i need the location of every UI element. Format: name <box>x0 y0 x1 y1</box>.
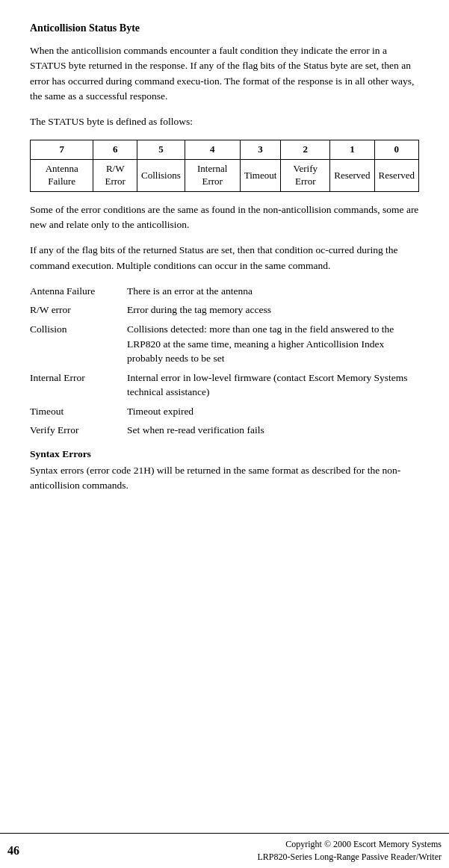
definition-term: R/W error <box>30 303 127 317</box>
section-title: Anticollision Status Byte <box>30 22 419 34</box>
status-byte-table: 76543210 Antenna FailureR/W ErrorCollisi… <box>30 140 419 192</box>
definition-item: Antenna FailureThere is an error at the … <box>30 284 419 299</box>
intro-paragraph-1: When the anticollision commands encounte… <box>30 43 419 104</box>
table-header-cell: 7 <box>31 140 93 160</box>
definition-description: Error during the tag memory access <box>127 303 419 317</box>
mid-paragraph-1: Some of the error conditions are the sam… <box>30 202 419 233</box>
page-content: Anticollision Status Byte When the antic… <box>0 0 449 548</box>
table-data-cell: Verify Error <box>281 160 330 192</box>
table-header-cell: 6 <box>93 140 137 160</box>
table-header-cell: 3 <box>240 140 281 160</box>
table-data-cell: Timeout <box>240 160 281 192</box>
definition-term: Collision <box>30 322 127 366</box>
footer-page-number: 46 <box>7 844 30 858</box>
definition-term: Verify Error <box>30 423 127 438</box>
table-header: 76543210 <box>31 140 419 160</box>
table-data-cell: R/W Error <box>93 160 137 192</box>
definition-description: Set when re-read verification fails <box>127 423 419 438</box>
table-data-cell: Antenna Failure <box>31 160 93 192</box>
definition-item: R/W errorError during the tag memory acc… <box>30 303 419 317</box>
definition-description: Internal error in low-level firmware (co… <box>127 371 419 400</box>
table-header-cell: 1 <box>330 140 374 160</box>
footer-line2: LRP820-Series Long-Range Passive Reader/… <box>40 851 442 864</box>
definition-term: Antenna Failure <box>30 284 127 299</box>
mid-paragraph-2: If any of the flag bits of the returned … <box>30 243 419 273</box>
table-header-row: 76543210 <box>31 140 419 160</box>
table-header-cell: 5 <box>137 140 185 160</box>
table-row: Antenna FailureR/W ErrorCollisionsIntern… <box>31 160 419 192</box>
definition-item: CollisionCollisions detected: more than … <box>30 322 419 366</box>
table-data-cell: Reserved <box>374 160 418 192</box>
definition-description: There is an error at the antenna <box>127 284 419 299</box>
page-footer: 46 Copyright © 2000 Escort Memory System… <box>0 833 449 868</box>
table-body: Antenna FailureR/W ErrorCollisionsIntern… <box>31 160 419 192</box>
table-header-cell: 0 <box>374 140 418 160</box>
footer-line1: Copyright © 2000 Escort Memory Systems <box>40 838 442 851</box>
table-data-cell: Reserved <box>330 160 374 192</box>
definition-item: Verify ErrorSet when re-read verificatio… <box>30 423 419 438</box>
table-data-cell: Collisions <box>137 160 185 192</box>
definition-item: Internal ErrorInternal error in low-leve… <box>30 371 419 400</box>
table-data-cell: Internal Error <box>185 160 240 192</box>
table-header-cell: 2 <box>281 140 330 160</box>
definition-item: TimeoutTimeout expired <box>30 404 419 419</box>
definition-description: Collisions detected: more than one tag i… <box>127 322 419 366</box>
intro-paragraph-2: The STATUS byte is defined as follows: <box>30 114 419 129</box>
syntax-text: Syntax errors (error code 21H) will be r… <box>30 463 419 494</box>
table-header-cell: 4 <box>185 140 240 160</box>
footer-text: Copyright © 2000 Escort Memory Systems L… <box>40 838 442 864</box>
definition-description: Timeout expired <box>127 404 419 419</box>
definition-list: Antenna FailureThere is an error at the … <box>30 284 419 438</box>
definition-term: Internal Error <box>30 371 127 400</box>
syntax-title: Syntax Errors <box>30 448 419 460</box>
definition-term: Timeout <box>30 404 127 419</box>
